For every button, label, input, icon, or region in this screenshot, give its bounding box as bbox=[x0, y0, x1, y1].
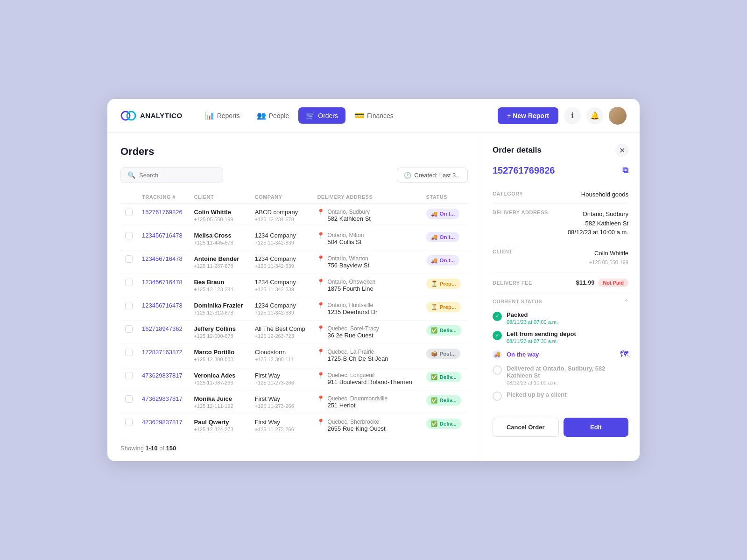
client-phone: +125 11-445-678 bbox=[194, 240, 245, 245]
address-line: 1875 Fourth Line bbox=[327, 285, 375, 292]
address-city: Quebec, Longueuil bbox=[327, 372, 412, 378]
row-checkbox[interactable] bbox=[125, 372, 133, 379]
client-name: Colin Whittle bbox=[594, 250, 628, 257]
table-row[interactable]: 123456716478 Dominika Frazier +125 12-31… bbox=[120, 297, 468, 321]
on-the-way-row: On the way 🗺 bbox=[507, 350, 628, 359]
company-name: All The Best Comp bbox=[255, 325, 308, 332]
table-row[interactable]: 473629837817 Monika Juice +125 12-111-19… bbox=[120, 391, 468, 414]
order-actions: Cancel Order Edit bbox=[493, 418, 628, 437]
client-phone: +125 12-123-234 bbox=[194, 287, 245, 292]
toolbar: 🔍 🕐 Created: Last 3... bbox=[120, 167, 468, 183]
current-status-section: CURRENT STATUS ⌃ ✓ Packed 08/11/23 at 07… bbox=[493, 293, 628, 406]
copy-icon[interactable]: ⧉ bbox=[622, 166, 628, 175]
nav-item-reports[interactable]: 📊 Reports bbox=[197, 107, 247, 124]
tracking-number: 162718947362 bbox=[142, 325, 183, 332]
row-checkbox[interactable] bbox=[125, 255, 133, 263]
status-list: ✓ Packed 08/11/23 at 07:00 a.m. ✓ Left f… bbox=[493, 311, 628, 401]
table-row[interactable]: 123456716478 Bea Braun +125 12-123-234 1… bbox=[120, 274, 468, 297]
new-report-button[interactable]: + New Report bbox=[498, 107, 558, 124]
client-phone: +125 12-324-273 bbox=[194, 427, 245, 432]
status-icon: 🚚 bbox=[431, 234, 437, 240]
address-city: Ontario, Sudbury bbox=[327, 209, 371, 215]
status-packed: ✓ Packed 08/11/23 at 07:00 a.m. bbox=[493, 311, 628, 325]
notifications-button[interactable]: 🔔 bbox=[586, 107, 603, 124]
search-input[interactable] bbox=[139, 172, 216, 179]
company-name: 1234 Company bbox=[255, 279, 308, 286]
nav-people-label: People bbox=[269, 112, 289, 119]
status-badge: ⏳ Prep... bbox=[426, 302, 461, 312]
table-row[interactable]: 123456716478 Melisa Cross +125 11-445-67… bbox=[120, 227, 468, 251]
app-window: ANALYTICO 📊 Reports 👥 People 🛒 Orders 💳 … bbox=[107, 99, 640, 461]
nav-reports-label: Reports bbox=[217, 112, 240, 119]
info-button[interactable]: ℹ bbox=[564, 107, 581, 124]
status-on-the-way: 🚚 On the way 🗺 bbox=[493, 350, 628, 359]
nav-item-orders[interactable]: 🛒 Orders bbox=[298, 107, 345, 124]
current-status-label: CURRENT STATUS bbox=[493, 299, 542, 304]
depot-info: Left from sending depot 08/11/23 at 07:3… bbox=[507, 330, 576, 344]
company-phone: +125 11-342-839 bbox=[255, 287, 308, 292]
status-icon: ⏳ bbox=[431, 304, 437, 310]
user-avatar[interactable] bbox=[609, 107, 627, 125]
cancel-order-button[interactable]: Cancel Order bbox=[493, 418, 559, 437]
client-name: Colin Whittle bbox=[194, 209, 245, 216]
client-name: Antoine Bender bbox=[194, 255, 245, 262]
client-phone: +125 05-550-199 bbox=[589, 259, 628, 265]
address-row: 📍 Quebec, La Prairie 1725-B Ch De St Jea… bbox=[317, 349, 416, 362]
table-row[interactable]: 473629837817 Veronica Ades +125 11-987-2… bbox=[120, 367, 468, 391]
address-row: 📍 Quebec, Sorel-Tracy 36 2e Rue Ouest bbox=[317, 325, 416, 339]
depot-label: Left from sending depot bbox=[507, 330, 576, 337]
map-icon[interactable]: 🗺 bbox=[620, 350, 628, 359]
table-row[interactable]: 172837163872 Marco Portillo +125 12-300-… bbox=[120, 344, 468, 367]
company-name: First Way bbox=[255, 372, 308, 379]
location-icon: 📍 bbox=[317, 395, 324, 402]
row-checkbox[interactable] bbox=[125, 325, 133, 333]
status-badge: 🚚 On t... bbox=[426, 255, 460, 266]
table-row[interactable]: 123456716478 Antoine Bender +125 11-287-… bbox=[120, 251, 468, 274]
table-header-row: TRACKING # CLIENT COMPANY DELIVERY ADDRE… bbox=[120, 190, 468, 204]
order-details-header: Order details ✕ bbox=[493, 144, 628, 157]
row-checkbox[interactable] bbox=[125, 232, 133, 239]
row-checkbox[interactable] bbox=[125, 349, 133, 356]
category-label: CATEGORY bbox=[493, 191, 544, 196]
edit-button[interactable]: Edit bbox=[564, 418, 629, 437]
order-detail-fields: CATEGORY Household goods DELIVERY ADDRES… bbox=[493, 185, 628, 406]
delivered-label: Delivered at Ontario, Sudbury, 582 Kathl… bbox=[507, 365, 628, 379]
row-checkbox[interactable] bbox=[125, 395, 133, 403]
company-name: First Way bbox=[255, 419, 308, 426]
row-checkbox[interactable] bbox=[125, 419, 133, 426]
finances-icon: 💳 bbox=[355, 111, 364, 120]
status-badge: 🚚 On t... bbox=[426, 209, 460, 219]
filter-button[interactable]: 🕐 Created: Last 3... bbox=[397, 168, 468, 183]
row-checkbox[interactable] bbox=[125, 209, 133, 216]
delivery-addr-line1: Ontario, Sudbury bbox=[583, 210, 628, 217]
row-checkbox[interactable] bbox=[125, 279, 133, 286]
nav-item-people[interactable]: 👥 People bbox=[249, 107, 297, 124]
current-status-header[interactable]: CURRENT STATUS ⌃ bbox=[493, 299, 628, 305]
table-row[interactable]: 473629837817 Paul Qwerty +125 12-324-273… bbox=[120, 414, 468, 437]
company-phone: +125 11-342-839 bbox=[255, 263, 308, 269]
page-title: Orders bbox=[120, 146, 468, 158]
client-label: CLIENT bbox=[493, 249, 544, 254]
client-phone: +125 12-312-678 bbox=[194, 310, 245, 315]
client-name: Veronica Ades bbox=[194, 372, 245, 379]
search-box[interactable]: 🔍 bbox=[120, 167, 223, 183]
client-phone: +125 11-987-263 bbox=[194, 380, 245, 385]
address-city: Quebec, La Prairie bbox=[327, 349, 388, 355]
close-button[interactable]: ✕ bbox=[615, 144, 628, 157]
company-phone: +125 12-300-111 bbox=[255, 357, 308, 362]
row-checkbox[interactable] bbox=[125, 302, 133, 309]
nav-actions: + New Report ℹ 🔔 bbox=[498, 107, 627, 125]
pagination-total: 150 bbox=[166, 445, 176, 452]
nav-item-finances[interactable]: 💳 Finances bbox=[347, 107, 401, 124]
table-row[interactable]: 152761769826 Colin Whittle +125 05-550-1… bbox=[120, 204, 468, 227]
orders-panel: Orders 🔍 🕐 Created: Last 3... TRACKING # bbox=[107, 133, 481, 461]
packed-time: 08/11/23 at 07:00 a.m. bbox=[507, 319, 558, 325]
table-row[interactable]: 162718947362 Jeffery Collins +125 12-000… bbox=[120, 321, 468, 344]
order-details-panel: Order details ✕ 152761769826 ⧉ CATEGORY … bbox=[481, 133, 640, 461]
delivered-time: 08/12/23 at 10:00 a.m. bbox=[507, 380, 628, 385]
address-line: 251 Heriot bbox=[327, 402, 388, 409]
location-icon: 📍 bbox=[317, 255, 324, 262]
status-badge: ⏳ Prep... bbox=[426, 279, 461, 289]
address-row: 📍 Ontario, Ohsweken 1875 Fourth Line bbox=[317, 279, 416, 292]
address-row: 📍 Ontario, Milton 504 Collis St bbox=[317, 232, 416, 245]
